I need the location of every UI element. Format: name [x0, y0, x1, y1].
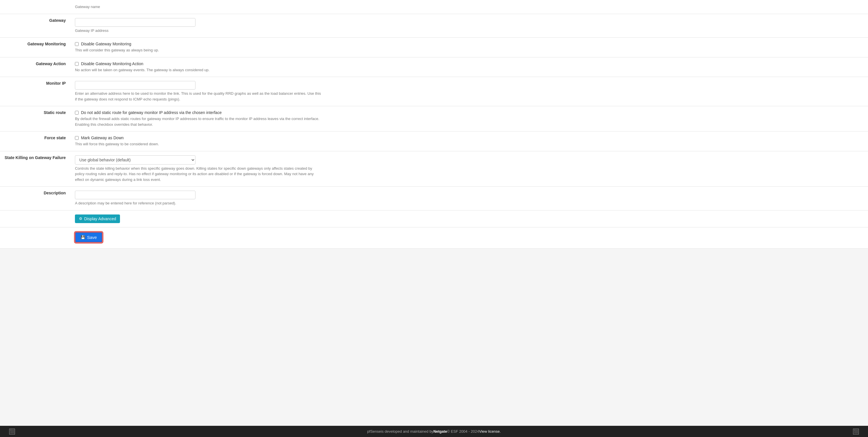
static-route-checkbox-row: Do not add static route for gateway moni… — [75, 110, 863, 115]
monitor-ip-input-cell: Enter an alternative address here to be … — [70, 77, 868, 106]
gateway-action-help: No action will be taken on gateway event… — [75, 67, 322, 73]
state-killing-help: Controls the state killing behavior when… — [75, 166, 322, 183]
gateway-monitoring-help: This will consider this gateway as alway… — [75, 48, 322, 53]
monitor-ip-row: Monitor IP Enter an alternative address … — [0, 77, 868, 106]
gateway-name-placeholder-text: Gateway name — [75, 5, 100, 9]
force-state-checkbox-row: Mark Gateway as Down — [75, 135, 863, 140]
state-killing-label: State Killing on Gateway Failure — [0, 151, 70, 187]
footer-icon-right: ⬛ — [853, 429, 859, 434]
state-killing-select[interactable]: Use global behavior (default) Kill all s… — [75, 155, 195, 164]
display-advanced-row: ⚙ Display Advanced — [0, 210, 868, 227]
save-label: Save — [87, 235, 97, 240]
footer-wrapper: ⬛ pfSense is developed and maintained by… — [5, 429, 863, 434]
save-icon: 💾 — [81, 235, 85, 240]
disable-gateway-monitoring-checkbox[interactable] — [75, 42, 79, 46]
force-state-checkbox-label[interactable]: Mark Gateway as Down — [81, 135, 124, 140]
gateway-monitoring-checkbox-row: Disable Gateway Monitoring — [75, 42, 863, 46]
state-killing-input-cell: Use global behavior (default) Kill all s… — [70, 151, 868, 187]
disable-gateway-action-label[interactable]: Disable Gateway Monitoring Action — [81, 61, 143, 66]
display-advanced-cell: ⚙ Display Advanced — [70, 210, 868, 227]
main-content: Gateway name Gateway Gateway IP address … — [0, 0, 868, 426]
gateway-action-checkbox-row: Disable Gateway Monitoring Action — [75, 61, 863, 66]
state-killing-row: State Killing on Gateway Failure Use glo… — [0, 151, 868, 187]
save-cell: 💾 Save — [70, 227, 868, 248]
static-route-label: Static route — [0, 106, 70, 131]
static-route-input-cell: Do not add static route for gateway moni… — [70, 106, 868, 131]
gateway-name-label-cell — [0, 0, 70, 14]
footer-view-license[interactable]: View license. — [479, 429, 501, 434]
gateway-action-row: Gateway Action Disable Gateway Monitorin… — [0, 57, 868, 77]
gateway-action-input-cell: Disable Gateway Monitoring Action No act… — [70, 57, 868, 77]
description-input-cell: A description may be entered here for re… — [70, 187, 868, 211]
form-table: Gateway name Gateway Gateway IP address … — [0, 0, 868, 249]
form-container: Gateway name Gateway Gateway IP address … — [0, 0, 868, 249]
footer-icon-left: ⬛ — [9, 429, 15, 434]
force-state-label: Force state — [0, 131, 70, 151]
description-input[interactable] — [75, 191, 195, 199]
display-advanced-label: Display Advanced — [84, 217, 116, 221]
gateway-monitoring-input-cell: Disable Gateway Monitoring This will con… — [70, 38, 868, 57]
gear-icon: ⚙ — [79, 217, 82, 221]
gateway-action-label: Gateway Action — [0, 57, 70, 77]
force-state-checkbox[interactable] — [75, 136, 79, 140]
static-route-checkbox-label[interactable]: Do not add static route for gateway moni… — [81, 110, 222, 115]
gateway-monitoring-row: Gateway Monitoring Disable Gateway Monit… — [0, 38, 868, 57]
gateway-name-row: Gateway name — [0, 0, 868, 14]
force-state-input-cell: Mark Gateway as Down This will force thi… — [70, 131, 868, 151]
description-help: A description may be entered here for re… — [75, 200, 322, 206]
monitor-ip-input[interactable] — [75, 81, 195, 90]
gateway-input-cell: Gateway IP address — [70, 14, 868, 38]
static-route-help: By default the firewall adds static rout… — [75, 116, 322, 127]
display-advanced-button[interactable]: ⚙ Display Advanced — [75, 215, 120, 223]
force-state-row: Force state Mark Gateway as Down This wi… — [0, 131, 868, 151]
gateway-name-input-cell: Gateway name — [70, 0, 868, 14]
force-state-help: This will force this gateway to be consi… — [75, 141, 322, 147]
static-route-row: Static route Do not add static route for… — [0, 106, 868, 131]
description-label: Description — [0, 187, 70, 211]
disable-gateway-action-checkbox[interactable] — [75, 62, 79, 66]
gateway-input[interactable] — [75, 18, 195, 27]
gateway-label: Gateway — [0, 14, 70, 38]
monitor-ip-help: Enter an alternative address here to be … — [75, 91, 322, 102]
save-row: 💾 Save — [0, 227, 868, 248]
gateway-monitoring-label: Gateway Monitoring — [0, 38, 70, 57]
gateway-row: Gateway Gateway IP address — [0, 14, 868, 38]
footer: ⬛ pfSense is developed and maintained by… — [0, 426, 868, 437]
footer-text: is developed and maintained by — [381, 429, 433, 434]
description-row: Description A description may be entered… — [0, 187, 868, 211]
static-route-checkbox[interactable] — [75, 111, 79, 115]
monitor-ip-label: Monitor IP — [0, 77, 70, 106]
footer-maintainer: Netgate — [433, 429, 447, 434]
disable-gateway-monitoring-label[interactable]: Disable Gateway Monitoring — [81, 42, 131, 46]
footer-brand: pfSense — [367, 429, 381, 434]
save-button[interactable]: 💾 Save — [75, 232, 102, 243]
gateway-placeholder-hint: Gateway IP address — [75, 28, 108, 33]
footer-copyright: © ESF 2004 - 2024 — [447, 429, 479, 434]
